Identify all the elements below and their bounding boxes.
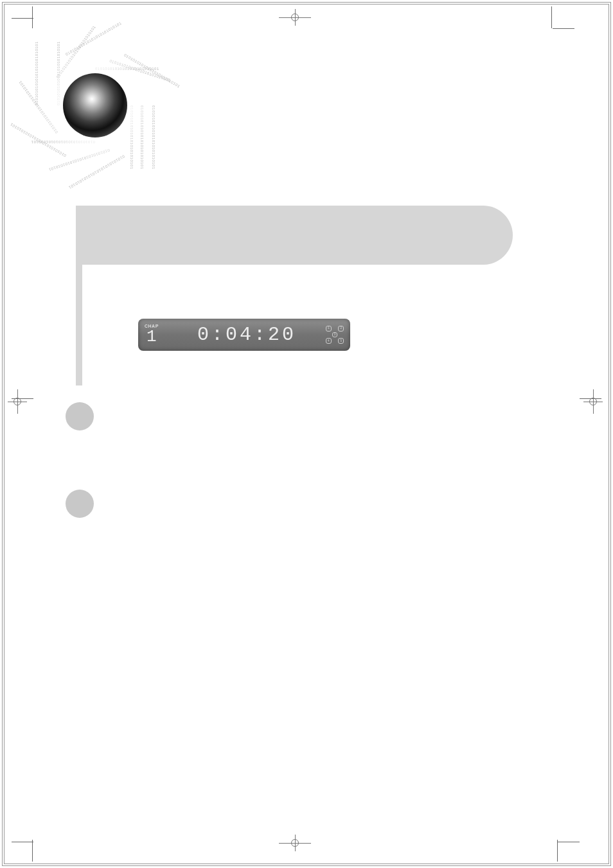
lcd-display-panel: CHAP 1 0:04:20 12 3 45 <box>138 319 350 351</box>
chapter-indicator: CHAP 1 <box>145 324 159 346</box>
crop-mark <box>553 28 574 29</box>
registration-mark <box>587 396 599 407</box>
section-heading-bar <box>76 206 513 265</box>
step-bullet-1 <box>66 402 94 430</box>
crop-mark <box>32 6 33 28</box>
crop-mark <box>12 18 33 19</box>
crop-mark <box>12 842 33 842</box>
chapter-number: 1 <box>147 327 157 346</box>
speaker-cone-icon <box>63 73 127 137</box>
registration-mark <box>12 396 23 407</box>
registration-mark <box>289 12 301 23</box>
crop-mark <box>32 840 33 862</box>
speaker-channel-icon: 12 3 45 <box>326 326 344 344</box>
step-bullet-2 <box>66 490 94 518</box>
elapsed-time: 0:04:20 <box>168 324 326 346</box>
registration-mark <box>289 837 301 849</box>
crop-mark <box>558 842 580 842</box>
speaker-logo: 0101010101010101010101010101010101010101… <box>31 41 159 170</box>
crop-mark <box>551 6 552 28</box>
crop-mark <box>557 840 558 862</box>
